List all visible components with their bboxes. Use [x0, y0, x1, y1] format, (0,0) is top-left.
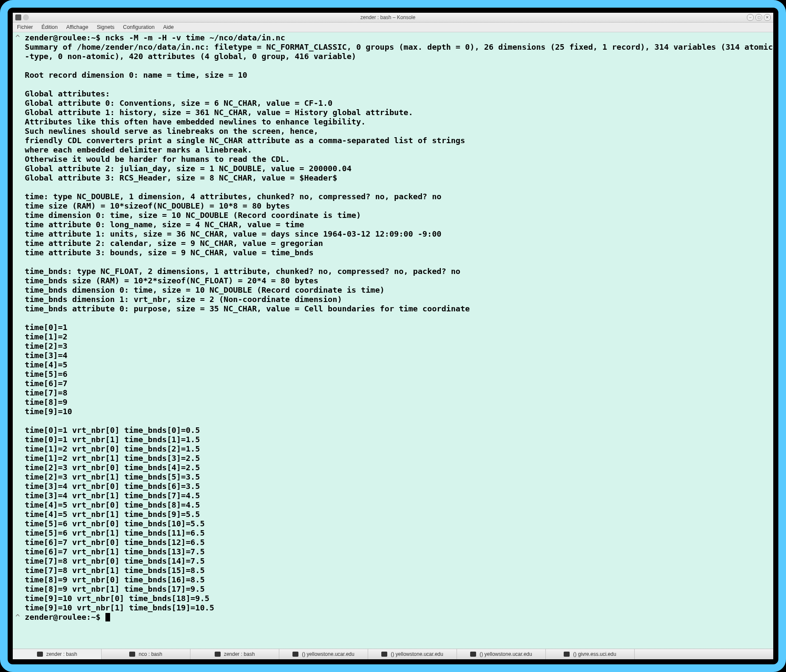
tab-bar: zender : bashnco : bashzender : bash() y…: [13, 649, 773, 659]
terminal-tab-label: () yellowstone.ucar.edu: [391, 651, 443, 657]
app-icon: [15, 14, 21, 20]
screen-frame: zender : bash – Konsole – ◻ ✕ Fichier Éd…: [0, 0, 786, 672]
window-controls: – ◻ ✕: [747, 14, 773, 21]
close-button[interactable]: ✕: [764, 14, 771, 21]
pin-icon[interactable]: [23, 14, 29, 20]
terminal-tab-1[interactable]: nco : bash: [102, 649, 190, 659]
terminal-tab-label: nco : bash: [139, 651, 162, 657]
menubar: Fichier Édition Affichage Signets Config…: [13, 23, 773, 32]
terminal-tab-icon: [129, 652, 135, 657]
terminal-tab-icon: [381, 652, 387, 657]
menu-configuration[interactable]: Configuration: [119, 24, 159, 30]
terminal-tab-label: zender : bash: [46, 651, 77, 657]
terminal-tab-icon: [37, 652, 43, 657]
maximize-button[interactable]: ◻: [755, 14, 762, 21]
terminal-tab-5[interactable]: () yellowstone.ucar.edu: [457, 649, 546, 659]
menu-affichage[interactable]: Affichage: [62, 24, 93, 30]
terminal-area[interactable]: ^ zender@roulee:~$ ncks -M -m -H -v time…: [13, 32, 773, 649]
terminal-tab-icon: [470, 652, 476, 657]
minimize-button[interactable]: –: [747, 14, 754, 21]
cursor: [105, 613, 110, 621]
terminal-tab-icon: [292, 652, 298, 657]
menu-aide[interactable]: Aide: [159, 24, 178, 30]
menu-signets[interactable]: Signets: [93, 24, 119, 30]
titlebar[interactable]: zender : bash – Konsole – ◻ ✕: [13, 13, 773, 23]
menu-fichier[interactable]: Fichier: [13, 24, 37, 30]
titlebar-left-icons: [13, 14, 29, 20]
terminal-tab-icon: [564, 652, 570, 657]
terminal-tab-2[interactable]: zender : bash: [190, 649, 279, 659]
terminal-tab-4[interactable]: () yellowstone.ucar.edu: [368, 649, 457, 659]
terminal-tab-label: () yellowstone.ucar.edu: [480, 651, 532, 657]
konsole-window: zender : bash – Konsole – ◻ ✕ Fichier Éd…: [13, 13, 773, 659]
window-title: zender : bash – Konsole: [29, 14, 747, 20]
terminal-tab-3[interactable]: () yellowstone.ucar.edu: [279, 649, 368, 659]
terminal-tab-label: () yellowstone.ucar.edu: [302, 651, 354, 657]
terminal-tab-6[interactable]: () givre.ess.uci.edu: [546, 649, 635, 659]
terminal-tab-0[interactable]: zender : bash: [13, 649, 102, 659]
terminal-tab-label: zender : bash: [224, 651, 255, 657]
terminal-tab-icon: [215, 652, 221, 657]
terminal-tab-label: () givre.ess.uci.edu: [573, 651, 616, 657]
menu-edition[interactable]: Édition: [37, 24, 62, 30]
